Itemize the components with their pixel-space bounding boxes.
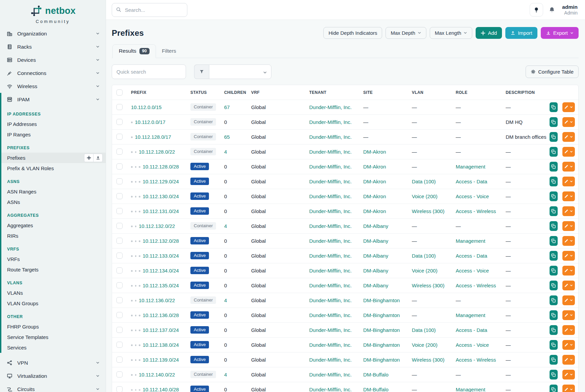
prefix-link[interactable]: 10.112.134.0/24 — [143, 268, 179, 273]
role-link[interactable]: Access - Voice — [456, 268, 489, 273]
prefix-link[interactable]: 10.112.128.0/28 — [143, 164, 179, 169]
row-checkbox[interactable] — [116, 134, 123, 140]
row-checkbox[interactable] — [116, 297, 123, 303]
edit-button[interactable] — [562, 251, 575, 261]
sidebar-item-vrfs[interactable]: VRFs — [1, 254, 106, 264]
prefix-link[interactable]: 10.112.139.0/24 — [143, 357, 179, 363]
tenant-link[interactable]: Dunder-Mifflin, Inc. — [309, 238, 352, 244]
sidebar-item-asn-ranges[interactable]: ASN Ranges — [1, 186, 106, 197]
prefix-link[interactable]: 10.112.128.0/17 — [135, 134, 171, 140]
copy-button[interactable] — [550, 177, 558, 186]
brand[interactable]: netbox Community — [0, 0, 106, 27]
prefix-link[interactable]: 10.112.128.0/22 — [139, 149, 175, 155]
sidebar-item-connections[interactable]: Connections — [0, 67, 106, 80]
edit-button[interactable] — [562, 132, 575, 142]
row-checkbox[interactable] — [116, 312, 123, 318]
site-link[interactable]: DM-Binghamton — [363, 357, 400, 363]
tenant-link[interactable]: Dunder-Mifflin, Inc. — [309, 297, 352, 303]
sidebar-item-route-targets[interactable]: Route Targets — [1, 264, 106, 275]
tenant-link[interactable]: Dunder-Mifflin, Inc. — [309, 134, 352, 140]
prefix-link[interactable]: 10.112.0.0/17 — [135, 119, 166, 125]
prefix-link[interactable]: 10.112.135.0/24 — [143, 283, 179, 288]
edit-button[interactable] — [562, 370, 575, 380]
role-link[interactable]: Access - Data — [456, 253, 487, 259]
edit-button[interactable] — [562, 310, 575, 320]
site-link[interactable]: DM-Albany — [363, 268, 388, 273]
copy-button[interactable] — [550, 191, 558, 201]
row-checkbox[interactable] — [116, 208, 123, 214]
children-link[interactable]: 67 — [224, 104, 230, 110]
site-link[interactable]: DM-Akron — [363, 208, 386, 214]
row-checkbox[interactable] — [116, 282, 123, 288]
copy-button[interactable] — [550, 251, 558, 261]
tenant-link[interactable]: Dunder-Mifflin, Inc. — [309, 179, 352, 184]
tenant-link[interactable]: Dunder-Mifflin, Inc. — [309, 268, 352, 273]
max-depth-dropdown[interactable]: Max Depth — [385, 27, 426, 39]
row-checkbox[interactable] — [116, 327, 123, 333]
copy-button[interactable] — [550, 221, 558, 231]
site-link[interactable]: DM-Buffalo — [363, 372, 389, 377]
site-link[interactable]: DM-Akron — [363, 193, 386, 199]
edit-button[interactable] — [562, 102, 575, 112]
copy-button[interactable] — [550, 266, 558, 276]
site-link[interactable]: DM-Binghamton — [363, 297, 400, 303]
hide-depth-indicators-button[interactable]: Hide Depth Indicators — [323, 27, 382, 39]
role-link[interactable]: Access - Wireless — [456, 283, 496, 288]
role-link[interactable]: Access - Voice — [456, 342, 489, 348]
copy-button[interactable] — [550, 310, 558, 320]
edit-button[interactable] — [562, 221, 575, 231]
sidebar-item-vlans[interactable]: VLANs — [1, 288, 106, 298]
edit-button[interactable] — [562, 355, 575, 365]
sidebar-item-ip-ranges[interactable]: IP Ranges — [1, 129, 106, 140]
theme-toggle-button[interactable] — [530, 3, 543, 17]
edit-button[interactable] — [562, 206, 575, 216]
vlan-link[interactable]: Voice (200) — [412, 268, 437, 273]
tenant-link[interactable]: Dunder-Mifflin, Inc. — [309, 387, 352, 392]
prefix-link[interactable]: 10.112.0.0/15 — [131, 104, 162, 110]
row-checkbox[interactable] — [116, 178, 123, 184]
prefix-link[interactable]: 10.112.130.0/24 — [143, 193, 179, 199]
site-link[interactable]: DM-Binghamton — [363, 342, 400, 348]
saved-filter-select[interactable] — [209, 64, 271, 79]
edit-button[interactable] — [562, 385, 575, 392]
edit-button[interactable] — [562, 162, 575, 172]
vlan-link[interactable]: Data (100) — [412, 179, 436, 184]
copy-button[interactable] — [550, 355, 558, 365]
tenant-link[interactable]: Dunder-Mifflin, Inc. — [309, 149, 352, 155]
copy-button[interactable] — [550, 281, 558, 290]
copy-button[interactable] — [550, 236, 558, 246]
add-button[interactable]: Add — [476, 27, 502, 39]
sidebar-item-services[interactable]: Services — [1, 342, 106, 353]
row-checkbox[interactable] — [116, 342, 123, 348]
copy-button[interactable] — [550, 325, 558, 335]
row-checkbox[interactable] — [116, 386, 123, 392]
prefix-link[interactable]: 10.112.133.0/24 — [143, 253, 179, 259]
role-link[interactable]: Access - Wireless — [456, 357, 496, 363]
edit-button[interactable] — [562, 191, 575, 201]
children-link[interactable]: 4 — [224, 223, 227, 229]
edit-button[interactable] — [562, 177, 575, 186]
row-checkbox[interactable] — [116, 238, 123, 244]
children-link[interactable]: 4 — [224, 372, 227, 377]
children-link[interactable]: 65 — [224, 134, 230, 140]
sidebar-item-rirs[interactable]: RIRs — [1, 231, 106, 241]
tenant-link[interactable]: Dunder-Mifflin, Inc. — [309, 312, 352, 318]
site-link[interactable]: DM-Albany — [363, 283, 388, 288]
user-menu[interactable]: admin Admin — [561, 4, 578, 16]
row-checkbox[interactable] — [116, 371, 123, 377]
edit-button[interactable] — [562, 295, 575, 305]
row-checkbox[interactable] — [116, 119, 123, 125]
tenant-link[interactable]: Dunder-Mifflin, Inc. — [309, 372, 352, 377]
tenant-link[interactable]: Dunder-Mifflin, Inc. — [309, 357, 352, 363]
edit-button[interactable] — [562, 340, 575, 350]
prefix-link[interactable]: 10.112.140.0/28 — [143, 387, 179, 392]
site-link[interactable]: DM-Albany — [363, 223, 388, 229]
role-link[interactable]: Access - Data — [456, 179, 487, 184]
vlan-link[interactable]: Voice (200) — [412, 342, 437, 348]
edit-button[interactable] — [562, 266, 575, 276]
sidebar-item-vpn[interactable]: VPN — [0, 356, 106, 369]
prefix-link[interactable]: 10.112.137.0/24 — [143, 327, 179, 333]
tenant-link[interactable]: Dunder-Mifflin, Inc. — [309, 253, 352, 259]
role-link[interactable]: Access - Voice — [456, 193, 489, 199]
role-link[interactable]: Management — [456, 238, 485, 244]
